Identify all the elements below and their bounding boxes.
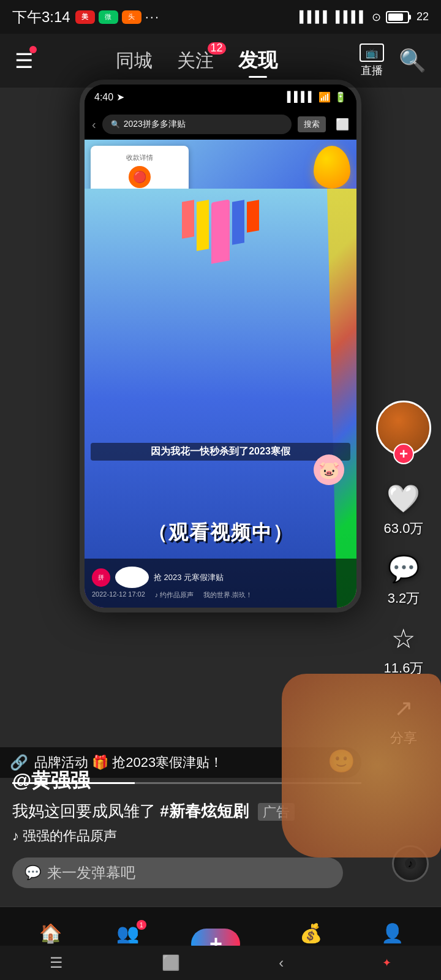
phone-search-button[interactable]: 搜索 [298,116,326,132]
star-action[interactable]: ☆ 11.6万 [384,620,424,677]
top-nav: ☰ 同城 关注 12 发现 📺 直播 🔍 [0,34,441,88]
receipt-icon: 🔴 [129,166,151,188]
phone-search-field[interactable]: 🔍 2023拼多多津贴 [102,115,292,134]
avatar-container: + [376,401,431,456]
pdd-logo: 拼 [92,568,110,587]
status-bar: 下午3:14 美 微 头 ··· ▌▌▌▌ ▌▌▌▌ ⊙ 22 [0,0,441,34]
tab-tongcheng[interactable]: 同城 [116,48,153,74]
menu-notification-dot [29,46,37,53]
phone-status-bar: 4:40 ➤ ▌▌▌▌ 📶 🔋 [85,85,356,109]
phone-search-bar: ‹ 🔍 2023拼多多津贴 搜索 ⬜ [85,109,356,140]
watching-text: （观看视频中） [85,519,356,546]
friends-icon: 👥 [116,922,139,944]
comment-bullet-icon: 💬 [24,865,41,881]
music-title: 强强的作品原声 [23,827,117,845]
guanzhu-badge: 12 [208,42,226,55]
phone-back-button[interactable]: ‹ [92,118,96,132]
tab-guanzhu[interactable]: 关注 12 [177,48,214,74]
game-subtitle: 因为我花一快秒杀到了2023寒假 [91,443,350,461]
android-home-button[interactable]: ⬜ [162,954,180,971]
meta-world: 我的世界.崇玖！ [203,590,252,600]
profile-icon: 👤 [381,922,404,944]
meta-date: 2022-12-12 17:02 [92,590,145,600]
star-icon: ☆ [385,620,422,657]
like-action[interactable]: 🤍 63.0万 [384,480,424,538]
android-menu-button[interactable]: ☰ [50,954,63,971]
follow-button[interactable]: + [393,443,414,464]
wechat-icon: 微 [99,10,118,24]
hand-overlay [282,674,441,858]
wifi-icon: ⊙ [372,10,381,24]
battery-indicator [386,11,409,23]
phone-time: 4:40 ➤ [94,91,124,103]
receipt-title: 收款详情 [98,153,181,162]
android-back-button[interactable]: ‹ [279,954,284,971]
comment-box[interactable]: 💬 来一发弹幕吧 [12,858,343,888]
pig-character: 🐷 [314,454,344,485]
hashtag[interactable]: #新春炫短剧 [160,802,248,820]
more-dots[interactable]: ··· [145,9,160,25]
android-extra-icon: ✦ [382,956,391,970]
phone-mockup: 4:40 ➤ ▌▌▌▌ 📶 🔋 ‹ 🔍 2023拼多多津贴 搜索 ⬜ 收款详情 … [80,80,361,612]
comment-input-area: 💬 来一发弹幕吧 [12,858,343,888]
meituan-icon: 美 [75,10,95,24]
toutiao-icon: 头 [122,10,141,24]
comment-placeholder: 来一发弹幕吧 [47,863,135,883]
battery-level: 22 [417,10,429,23]
tab-faxian[interactable]: 发现 [238,47,277,74]
signal-icon2: ▌▌▌▌ [336,10,367,23]
live-button[interactable]: 📺 直播 [360,43,384,78]
friends-badge: 1 [137,920,146,930]
pdd-promo-text: 抢 2023 元寒假津贴 [154,572,224,583]
desc-text: 我妈这回要成凤雏了 [12,802,160,820]
home-icon: 🏠 [39,922,62,944]
comment-icon: 💬 [385,550,422,587]
heart-icon: 🤍 [385,480,422,517]
earn-icon: 💰 [300,922,322,944]
phone-promo-bar: 拼 ☺ 抢 2023 元寒假津贴 2022-12-12 17:02 ♪ 约作品原… [85,559,356,608]
comment-action[interactable]: 💬 3.2万 [385,550,422,608]
phone-video-area: 收款详情 🔴 秘密津贴 +2023.00 已存入余额行话说 汪汪汪 ... 身份… [85,140,356,608]
signal-icon: ▌▌▌▌ [300,10,331,23]
status-time: 下午3:14 [12,7,70,27]
android-nav-bar: ☰ ⬜ ‹ ✦ [0,946,441,980]
gold-egg [314,146,350,189]
menu-button[interactable]: ☰ [15,48,33,73]
phone-search-text: 2023拼多多津贴 [124,119,186,130]
comment-count: 3.2万 [388,589,420,608]
like-count: 63.0万 [384,519,424,538]
search-button[interactable]: 🔍 [399,48,426,74]
music-note-icon: ♪ [12,828,19,844]
meta-sound: ♪ 约作品原声 [155,590,194,600]
